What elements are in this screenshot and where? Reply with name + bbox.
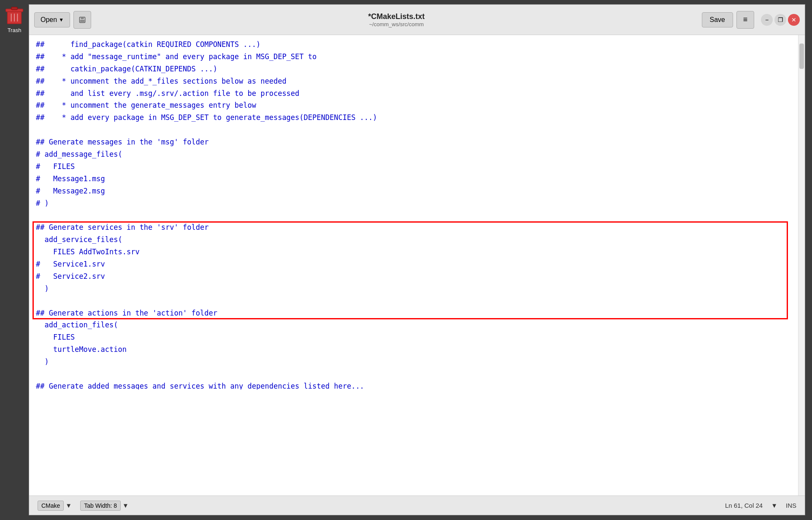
code-line xyxy=(36,295,791,307)
code-line: turtleMove.action xyxy=(36,343,791,356)
code-content: ## find_package(catkin REQUIRED COMPONEN… xyxy=(29,35,798,495)
code-text: FILES AddTwoInts.srv xyxy=(36,246,140,258)
position-dropdown-arrow[interactable]: ▼ xyxy=(771,502,777,509)
save-location-icon xyxy=(79,15,86,25)
code-text: ## Generate actions in the 'action' fold… xyxy=(36,307,217,319)
status-bar: CMake ▼ Tab Width: 8 ▼ Ln 61, Col 24 ▼ I… xyxy=(29,495,805,515)
code-area[interactable]: ## find_package(catkin REQUIRED COMPONEN… xyxy=(29,35,805,495)
cmake-dropdown-arrow: ▼ xyxy=(65,502,72,509)
vertical-scrollbar[interactable] xyxy=(798,35,805,495)
code-line xyxy=(36,209,791,221)
code-text: ## * uncomment the generate_messages ent… xyxy=(36,99,256,112)
minimize-button[interactable]: − xyxy=(761,14,773,26)
file-path: ~/comm_ws/src/comm xyxy=(369,21,424,27)
code-text: # add_message_files( xyxy=(36,148,122,161)
code-line: # Service2.srv xyxy=(36,270,791,283)
code-text: ## and list every .msg/.srv/.action file… xyxy=(36,87,299,100)
title-bar: Open ▼ *CMakeLists.txt ~/comm_ws/src/com… xyxy=(29,5,805,35)
code-text xyxy=(36,295,40,307)
code-line: # FILES xyxy=(36,161,791,173)
code-line: ## find_package(catkin REQUIRED COMPONEN… xyxy=(36,38,791,51)
svg-rect-2 xyxy=(11,7,18,10)
code-line: ## Generate messages in the 'msg' folder xyxy=(36,136,791,148)
code-line: FILES AddTwoInts.srv xyxy=(36,246,791,258)
code-line: ## catkin_package(CATKIN_DEPENDS ...) xyxy=(36,63,791,75)
open-label: Open xyxy=(41,16,57,24)
code-text: # Message2.msg xyxy=(36,185,105,197)
code-text: # ) xyxy=(36,197,49,210)
code-line: ) xyxy=(36,356,791,368)
file-title: *CMakeLists.txt xyxy=(368,12,425,21)
open-dropdown-arrow: ▼ xyxy=(59,17,64,23)
ins-status: INS xyxy=(786,502,796,509)
svg-rect-8 xyxy=(80,20,84,22)
code-line-partial: ## Generate added messages and services … xyxy=(36,380,791,389)
code-text: # Service2.srv xyxy=(36,270,105,283)
code-text: ## Generate messages in the 'msg' folder xyxy=(36,136,208,148)
code-text: add_service_files( xyxy=(36,234,122,246)
tabwidth-dropdown[interactable]: Tab Width: 8 xyxy=(80,501,121,511)
code-text: ## * add every package in MSG_DEP_SET to… xyxy=(36,112,377,124)
position-label: Ln 61, Col 24 xyxy=(725,502,763,509)
code-text: # Message1.msg xyxy=(36,173,105,185)
save-location-button[interactable] xyxy=(73,11,91,29)
code-line: ## * uncomment the add_*_files sections … xyxy=(36,75,791,87)
editor-window: Open ▼ *CMakeLists.txt ~/comm_ws/src/com… xyxy=(29,4,805,515)
selected-block: ## Generate services in the 'srv' folder… xyxy=(36,221,791,294)
tabwidth-dropdown-arrow: ▼ xyxy=(122,502,129,509)
code-text: ) xyxy=(36,283,49,295)
menu-button[interactable]: ≡ xyxy=(736,11,754,29)
code-text: add_action_files( xyxy=(36,319,118,331)
code-text: # FILES xyxy=(36,161,75,173)
code-text xyxy=(36,209,40,221)
code-line: # Service1.srv xyxy=(36,258,791,270)
ins-label: INS xyxy=(786,502,796,509)
code-text: turtleMove.action xyxy=(36,343,127,356)
save-button[interactable]: Save xyxy=(702,12,733,27)
code-text: ## find_package(catkin REQUIRED COMPONEN… xyxy=(36,38,260,51)
code-line: ## * add "message_runtime" and every pac… xyxy=(36,51,791,63)
position-status: Ln 61, Col 24 xyxy=(725,502,763,509)
svg-rect-7 xyxy=(81,17,84,19)
code-text xyxy=(36,368,40,380)
code-line: ## Generate actions in the 'action' fold… xyxy=(36,307,791,319)
cmake-status[interactable]: CMake ▼ xyxy=(38,501,72,511)
code-line: ## Generate services in the 'srv' folder xyxy=(36,221,791,234)
code-text: ## Generate services in the 'srv' folder xyxy=(36,221,208,234)
code-text xyxy=(36,124,40,136)
scrollbar-thumb[interactable] xyxy=(799,44,804,69)
cmake-dropdown[interactable]: CMake xyxy=(38,501,64,511)
code-line: ## * uncomment the generate_messages ent… xyxy=(36,99,791,112)
code-text: ## Generate added messages and services … xyxy=(36,380,364,389)
tabwidth-status[interactable]: Tab Width: 8 ▼ xyxy=(80,501,129,511)
trash-icon-container: Trash xyxy=(4,5,24,33)
code-line xyxy=(36,124,791,136)
code-line: # add_message_files( xyxy=(36,148,791,161)
code-line: ) xyxy=(36,283,791,295)
title-center: *CMakeLists.txt ~/comm_ws/src/comm xyxy=(95,12,698,27)
maximize-button[interactable]: ❐ xyxy=(774,14,786,26)
code-line: FILES xyxy=(36,331,791,343)
trash-sidebar: Trash xyxy=(0,0,29,520)
trash-icon xyxy=(4,5,24,25)
trash-label: Trash xyxy=(8,27,22,33)
window-controls: − ❐ ✕ xyxy=(761,14,800,26)
code-line: # Message2.msg xyxy=(36,185,791,197)
open-button[interactable]: Open ▼ xyxy=(34,12,70,27)
code-text: ) xyxy=(36,356,49,368)
close-button[interactable]: ✕ xyxy=(788,14,800,26)
code-text: ## catkin_package(CATKIN_DEPENDS ...) xyxy=(36,63,217,75)
code-line: add_action_files( xyxy=(36,319,791,331)
code-text: ## * uncomment the add_*_files sections … xyxy=(36,75,287,87)
code-line: # ) xyxy=(36,197,791,210)
code-line: # Message1.msg xyxy=(36,173,791,185)
code-text: ## * add "message_runtime" and every pac… xyxy=(36,51,317,63)
code-text: FILES xyxy=(36,331,75,343)
code-line xyxy=(36,368,791,380)
code-line: ## and list every .msg/.srv/.action file… xyxy=(36,87,791,100)
code-text: # Service1.srv xyxy=(36,258,105,270)
code-line: add_service_files( xyxy=(36,234,791,246)
code-line: ## * add every package in MSG_DEP_SET to… xyxy=(36,112,791,124)
